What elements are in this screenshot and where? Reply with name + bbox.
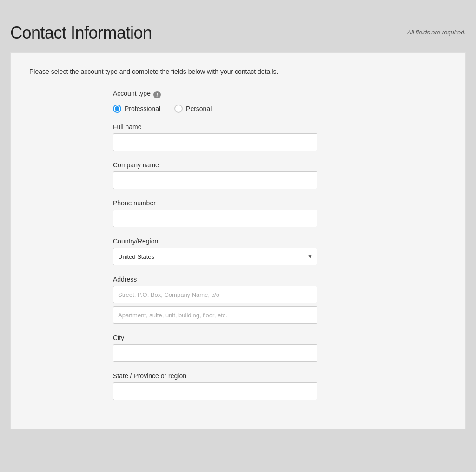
radio-professional[interactable]: Professional [113, 105, 160, 113]
company-name-input[interactable] [113, 171, 317, 189]
address-group: Address [113, 275, 317, 324]
intro-text: Please select the account type and compl… [29, 67, 447, 77]
radio-personal[interactable]: Personal [174, 105, 212, 113]
radio-personal-input[interactable] [174, 105, 183, 113]
country-select[interactable]: United States Canada United Kingdom Aust… [113, 248, 317, 265]
account-type-radio-group: Professional Personal [113, 105, 317, 113]
radio-professional-label: Professional [125, 105, 160, 112]
city-group: City [113, 334, 317, 362]
phone-number-input[interactable] [113, 210, 317, 227]
country-select-wrapper: United States Canada United Kingdom Aust… [113, 248, 317, 265]
phone-number-label: Phone number [113, 199, 317, 207]
full-name-input[interactable] [113, 133, 317, 151]
account-type-label: Account type [113, 90, 151, 97]
phone-number-group: Phone number [113, 199, 317, 227]
page-header: Contact Information All fields are requi… [10, 14, 466, 52]
state-group: State / Province or region [113, 372, 317, 400]
radio-personal-label: Personal [186, 105, 212, 112]
page-wrapper: Contact Information All fields are requi… [10, 14, 466, 458]
address-label: Address [113, 275, 317, 283]
account-type-info-icon[interactable]: i [153, 91, 161, 98]
state-input[interactable] [113, 382, 317, 400]
radio-professional-input[interactable] [113, 105, 121, 113]
account-type-group: Account type i Professional Personal [113, 90, 317, 113]
state-label: State / Province or region [113, 372, 317, 380]
country-region-group: Country/Region United States Canada Unit… [113, 237, 317, 265]
company-name-group: Company name [113, 161, 317, 189]
country-region-label: Country/Region [113, 237, 317, 245]
address-line2-input[interactable] [113, 306, 317, 324]
address-fields [113, 286, 317, 324]
full-name-group: Full name [113, 123, 317, 151]
account-type-label-row: Account type i [113, 90, 317, 100]
form-card: Please select the account type and compl… [10, 52, 466, 429]
form-section: Account type i Professional Personal Fu [113, 90, 317, 400]
page-title: Contact Information [10, 23, 152, 43]
required-note: All fields are required. [407, 29, 466, 36]
full-name-label: Full name [113, 123, 317, 131]
address-line1-input[interactable] [113, 286, 317, 303]
city-label: City [113, 334, 317, 341]
city-input[interactable] [113, 344, 317, 362]
company-name-label: Company name [113, 161, 317, 169]
